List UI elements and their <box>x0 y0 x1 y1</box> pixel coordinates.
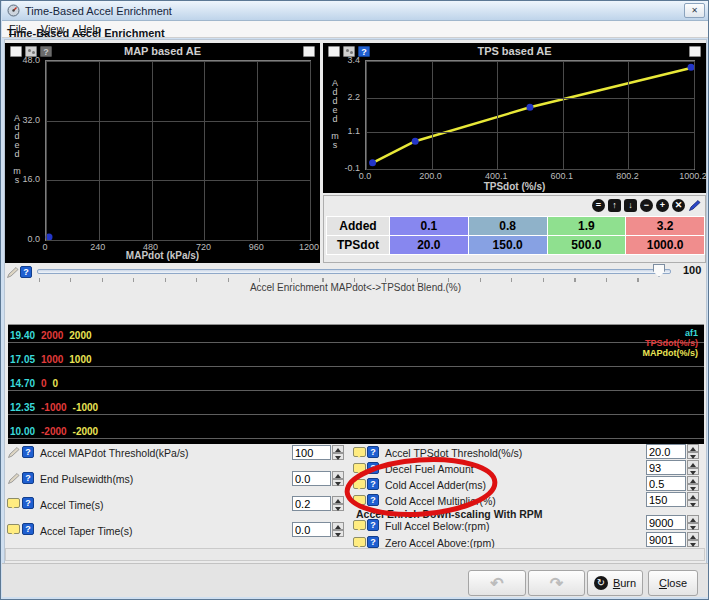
decel-fuel-amount-input[interactable] <box>646 460 686 475</box>
chart-title: TPS based AE <box>323 45 706 57</box>
minus-icon[interactable]: − <box>640 199 653 212</box>
burn-label: Burn <box>613 577 636 589</box>
tps-bins-panel: = ↑ ↓ − + ✕ Added 0.1 0.8 1.9 3.2 TPSdot… <box>323 195 706 263</box>
bin-cell[interactable]: 0.1 <box>390 217 468 235</box>
comment-bubble-icon <box>7 498 20 508</box>
help-icon[interactable]: ? <box>22 497 34 509</box>
help-icon[interactable]: ? <box>22 523 34 535</box>
spinner[interactable] <box>687 515 699 530</box>
help-icon[interactable]: ? <box>22 472 34 484</box>
field-label: Cold Accel Adder(ms) <box>385 479 486 491</box>
help-icon[interactable]: ? <box>367 519 379 531</box>
plot-area[interactable] <box>365 60 695 170</box>
accel-tpsdot-threshold-input[interactable] <box>646 444 686 459</box>
undo-icon: ↶ <box>490 574 503 593</box>
field-label: Decel Fuel Amount <box>385 463 474 475</box>
bin-cell[interactable]: 1.9 <box>548 217 626 235</box>
x-axis-label: TPSdot (%/s) <box>323 181 706 192</box>
x-axis-label: MAPdot (kPa/s) <box>5 250 320 261</box>
graph-scale-row: 12.35-1000-1000 <box>10 402 104 413</box>
chart-detach-icon[interactable] <box>303 46 315 57</box>
bin-cell[interactable]: 0.8 <box>469 217 547 235</box>
spinner[interactable] <box>332 445 344 460</box>
bins-table: Added 0.1 0.8 1.9 3.2 TPSdot 20.0 150.0 … <box>326 216 705 255</box>
spinner[interactable] <box>687 532 699 547</box>
graph-scale-row: 19.4020002000 <box>10 330 98 341</box>
pencil-icon <box>6 266 19 279</box>
spinner[interactable] <box>332 496 344 511</box>
accel-taper-time-input[interactable] <box>292 522 331 537</box>
panel-caption: Time-Based Accel Enrichment <box>7 27 165 39</box>
redo-button[interactable]: ↷ <box>528 570 585 596</box>
help-icon[interactable]: ? <box>22 446 34 458</box>
graph-scale-row: 14.7000 <box>10 378 64 389</box>
chart-detach-icon[interactable] <box>689 46 701 57</box>
graph-legend-mapdot: MAPdot(%/s) <box>643 348 699 358</box>
blend-slider-track[interactable] <box>37 269 671 274</box>
help-icon[interactable]: ? <box>367 446 379 458</box>
end-pulsewidth-input[interactable] <box>292 471 331 486</box>
close-window-button[interactable]: ✕ <box>684 3 705 18</box>
graph-legend-af1: af1 <box>685 328 698 338</box>
accel-mapdot-threshold-input[interactable] <box>292 445 331 460</box>
blend-slider-value: 100 <box>683 264 701 276</box>
graph-legend-tpsdot: TPSdot(%/s) <box>645 338 698 348</box>
cold-accel-multiplier-input[interactable] <box>646 492 686 507</box>
cold-accel-adder-input[interactable] <box>646 476 686 491</box>
comment-bubble-icon <box>353 520 366 530</box>
spinner[interactable] <box>687 444 699 459</box>
close-button[interactable]: Close <box>648 570 698 596</box>
title-bar[interactable]: Time-Based Accel Enrichment ✕ <box>2 1 709 21</box>
equalize-icon[interactable]: = <box>592 199 605 212</box>
help-icon[interactable]: ? <box>367 536 379 548</box>
full-accel-below-input[interactable] <box>646 515 686 530</box>
pencil-icon <box>7 472 20 485</box>
live-graph: 19.4020002000 17.0510001000 14.7000 12.3… <box>8 324 704 444</box>
plot-area[interactable] <box>45 60 311 241</box>
increase-icon[interactable]: ↑ <box>608 199 621 212</box>
bin-cell[interactable]: 500.0 <box>548 236 626 254</box>
graph-scale-row: 10.00-2000-2000 <box>10 426 104 437</box>
comment-bubble-icon <box>353 537 366 547</box>
burn-button[interactable]: ↻ Burn <box>587 570 643 596</box>
comment-bubble-icon <box>7 524 20 534</box>
help-icon[interactable]: ? <box>367 478 379 490</box>
zero-accel-above-input[interactable] <box>646 532 686 547</box>
bin-cell[interactable]: 3.2 <box>626 217 704 235</box>
close-label: Close <box>659 577 687 589</box>
rpm-scaling-header: Accel Enrich Down-scaling With RPM <box>356 508 543 520</box>
y-axis-label: Addedms <box>329 79 341 150</box>
help-icon[interactable]: ? <box>367 462 379 474</box>
help-icon[interactable]: ? <box>367 494 379 506</box>
pencil-icon <box>7 446 20 459</box>
decrease-icon[interactable]: ↓ <box>624 199 637 212</box>
spinner[interactable] <box>332 471 344 486</box>
undo-button[interactable]: ↶ <box>468 570 526 596</box>
spinner[interactable] <box>332 522 344 537</box>
app-icon <box>7 4 20 17</box>
field-label: End Pulsewidth(ms) <box>40 473 133 485</box>
comment-bubble-icon <box>353 447 366 457</box>
plus-icon[interactable]: + <box>656 199 669 212</box>
help-icon[interactable]: ? <box>20 266 32 278</box>
row-header: Added <box>327 217 389 235</box>
dialog-window: Time-Based Accel Enrichment ✕ File View … <box>0 0 709 600</box>
bin-cell[interactable]: 150.0 <box>469 236 547 254</box>
spinner[interactable] <box>687 476 699 491</box>
accel-time-input[interactable] <box>292 496 331 511</box>
chart-title: MAP based AE <box>5 45 320 57</box>
comment-bubble-icon <box>353 463 366 473</box>
field-label: Accel Time(s) <box>40 499 104 511</box>
field-label: Full Accel Below:(rpm) <box>385 520 489 532</box>
pencil-icon[interactable] <box>688 199 701 212</box>
window-title: Time-Based Accel Enrichment <box>25 5 172 17</box>
tps-ae-chart: ? TPS based AE Addedms TPSdot (%/s) 0.02… <box>323 43 706 193</box>
comment-bubble-icon <box>353 495 366 505</box>
clear-icon[interactable]: ✕ <box>672 199 685 212</box>
spinner[interactable] <box>687 460 699 475</box>
bin-cell[interactable]: 1000.0 <box>626 236 704 254</box>
row-header: TPSdot <box>327 236 389 254</box>
spinner[interactable] <box>687 492 699 507</box>
bin-cell[interactable]: 20.0 <box>390 236 468 254</box>
map-ae-chart: ? MAP based AE Addedms MAPdot (kPa/s) 02… <box>5 43 320 263</box>
